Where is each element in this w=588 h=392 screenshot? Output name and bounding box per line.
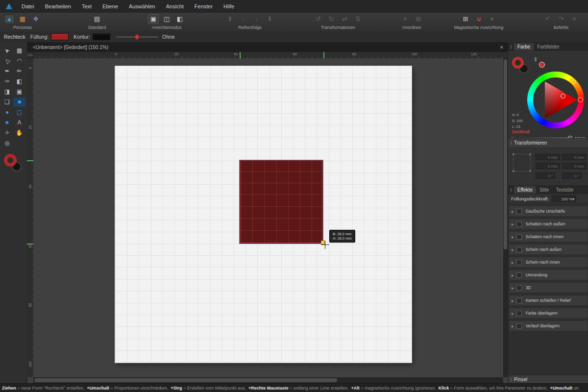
rotate-ccw-icon[interactable]: ↺ <box>313 14 324 24</box>
effect-checkbox[interactable] <box>516 323 522 329</box>
effect-checkbox[interactable] <box>516 285 522 291</box>
transform-width-field[interactable]: 0 mm <box>536 163 560 169</box>
expander-icon[interactable]: ▶ <box>512 286 514 290</box>
distribute-icon[interactable]: ⊞ <box>413 14 424 24</box>
transform-panel-header[interactable]: ∥ Transformieren <box>508 138 588 147</box>
flip-vertical-icon[interactable]: ⇅ <box>353 14 364 24</box>
menu-item[interactable]: Datei <box>16 0 40 13</box>
transform-x-field[interactable]: 0 mm <box>536 154 560 160</box>
menu-item[interactable]: Bearbeiten <box>40 0 76 13</box>
pixel-view-icon[interactable]: ◫ <box>161 14 172 24</box>
transform-y-field[interactable]: 0 mm <box>562 154 587 160</box>
anchor-dot[interactable] <box>513 170 514 172</box>
transform-rotation-field[interactable]: 0 ° <box>536 172 555 179</box>
document-preset-icon[interactable]: ▤ <box>92 14 102 24</box>
stroke-width-slider[interactable] <box>116 34 158 40</box>
fill-tool[interactable]: ◧ <box>13 77 25 86</box>
expander-icon[interactable]: ▶ <box>512 324 514 328</box>
picked-color-swatch[interactable] <box>539 62 545 68</box>
star-tool[interactable]: ★ <box>1 118 13 127</box>
snap-grid-icon[interactable]: ⊞ <box>460 14 471 24</box>
hand-tool[interactable]: ✋ <box>13 128 25 138</box>
horizontal-scrollbar[interactable] <box>33 377 503 383</box>
ellipse-tool[interactable]: ● <box>1 108 13 117</box>
menu-item[interactable]: Text <box>76 0 97 13</box>
expander-icon[interactable]: ▶ <box>512 235 514 239</box>
fill-opacity-dropdown[interactable]: 100 %▾ <box>552 196 576 202</box>
vector-brush-tool[interactable]: ✑ <box>1 77 13 86</box>
expander-icon[interactable]: ▶ <box>512 299 514 302</box>
effect-outer-shadow[interactable]: ▶ Schatten nach außen <box>509 219 588 229</box>
expander-icon[interactable]: ▶ <box>512 222 514 226</box>
effect-inner-glow[interactable]: ▶ Schein nach innen <box>509 257 588 267</box>
history-icon[interactable]: ≡ <box>569 14 580 24</box>
effect-gradient-overlay[interactable]: ▶ Verlauf überlagern <box>509 321 588 331</box>
effect-checkbox[interactable] <box>516 272 522 278</box>
rectangle-shape[interactable] <box>240 160 323 244</box>
corner-tool[interactable]: ◠ <box>13 56 25 66</box>
anchor-point-selector[interactable] <box>513 154 531 172</box>
effect-color-overlay[interactable]: ▶ Farbe überlagern <box>509 308 588 318</box>
hue-marker-secondary[interactable] <box>571 79 576 84</box>
effect-checkbox[interactable] <box>516 247 522 252</box>
slider-handle[interactable] <box>134 34 140 40</box>
effect-checkbox[interactable] <box>516 234 522 240</box>
expander-icon[interactable]: ▶ <box>512 273 514 277</box>
text-tool[interactable]: A <box>13 118 25 127</box>
canvas-viewport[interactable]: B: 28.0 mm H: 28.0 mm <box>33 58 503 377</box>
menu-item[interactable]: Ebene <box>97 0 123 13</box>
rounded-rectangle-tool[interactable]: ▢ <box>13 108 25 117</box>
panel-grip-icon[interactable]: ∥ <box>510 45 512 49</box>
image-frame-tool[interactable]: ▣ <box>13 87 25 97</box>
artboard-tool[interactable]: ▦ <box>13 46 25 55</box>
tab-farbfelder[interactable]: Farbfelder <box>534 43 563 50</box>
fill-color-well[interactable] <box>512 57 524 69</box>
effect-bevel-emboss[interactable]: ▶ Kanten schleifen / Relief <box>509 295 588 305</box>
menu-item[interactable]: Ansicht <box>161 0 189 13</box>
undo-icon[interactable]: ↶ <box>542 14 553 24</box>
magnet-icon[interactable]: ∪ <box>473 14 484 24</box>
saturation-lightness-marker[interactable] <box>561 94 565 98</box>
color-wheel[interactable] <box>527 72 584 128</box>
tab-effekte[interactable]: Effekte <box>514 186 536 194</box>
anchor-dot[interactable] <box>513 153 514 155</box>
vector-crop-tool[interactable]: ❑ <box>1 98 13 107</box>
eyedropper-icon[interactable]: ✏ <box>533 57 539 61</box>
vertical-scrollbar[interactable] <box>503 58 508 377</box>
tab-stile[interactable]: Stile <box>536 186 552 194</box>
to-front-icon[interactable]: ⬆ <box>225 14 236 24</box>
color-picker-tool[interactable]: ✧ <box>1 128 13 138</box>
panel-grip-icon[interactable]: ∥ <box>510 188 512 192</box>
stroke-width-value[interactable]: Ohne <box>162 34 175 40</box>
effect-outer-glow[interactable]: ▶ Schein nach außen <box>509 245 588 254</box>
effect-outline[interactable]: ▶ Umrandung <box>509 270 588 280</box>
effect-gaussian-blur[interactable]: ▶ Gaußsche Unschärfe <box>509 206 588 216</box>
pixel-persona-icon[interactable]: ▦ <box>17 14 28 24</box>
scrollbar-thumb[interactable] <box>504 59 507 249</box>
effect-checkbox[interactable] <box>516 260 522 265</box>
effect-3d[interactable]: ▶ 3D <box>509 283 588 293</box>
effect-inner-shadow[interactable]: ▶ Schatten nach innen <box>509 232 588 242</box>
flip-horizontal-icon[interactable]: ⇄ <box>340 14 350 24</box>
fill-swatch[interactable] <box>51 33 69 40</box>
menu-item[interactable]: Hilfe <box>218 0 240 13</box>
expander-icon[interactable]: ▶ <box>512 261 514 264</box>
redo-icon[interactable]: ↷ <box>556 14 566 24</box>
document-tab-title[interactable]: <Unbenannt> [Geändert] (150.1%) <box>33 45 108 50</box>
rectangle-tool[interactable]: ■ <box>13 98 25 107</box>
forward-icon[interactable]: ↑ <box>238 14 249 24</box>
rotate-cw-icon[interactable]: ↻ <box>326 14 337 24</box>
transparency-tool[interactable]: ◨ <box>1 87 13 97</box>
stroke-swatch[interactable] <box>93 33 110 40</box>
pencil-tool[interactable]: ✏ <box>13 67 25 76</box>
snap-options-caret-icon[interactable]: ▾ <box>487 14 497 24</box>
menu-item[interactable]: Fenster <box>189 0 218 13</box>
expander-icon[interactable]: ▶ <box>512 248 514 251</box>
anchor-dot[interactable] <box>529 170 531 172</box>
expander-icon[interactable]: ▶ <box>512 210 514 213</box>
tab-textstile[interactable]: Textstile <box>552 186 577 194</box>
effect-checkbox[interactable] <box>516 311 522 316</box>
effect-checkbox[interactable] <box>516 209 522 214</box>
backward-icon[interactable]: ↓ <box>251 14 262 24</box>
designer-persona-icon[interactable]: ▲ <box>4 14 15 24</box>
